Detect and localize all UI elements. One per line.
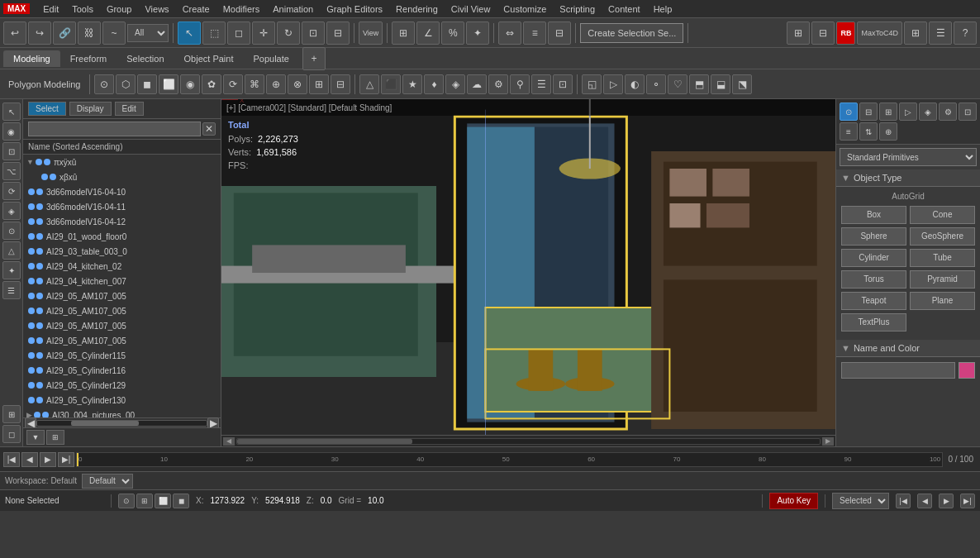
list-item[interactable]: AI29_05_Cylinder115 [23, 348, 221, 363]
cone-button[interactable]: Cone [910, 206, 975, 224]
workspace-dropdown[interactable]: Default [82, 474, 133, 489]
rp-create-icon[interactable]: ⊙ [840, 103, 858, 121]
box-button[interactable]: Box [841, 206, 906, 224]
menu-civil-view[interactable]: Civil View [445, 2, 497, 16]
search-clear-btn[interactable]: ✕ [202, 122, 216, 136]
help-button[interactable]: ? [954, 21, 977, 45]
list-item[interactable]: AI29_05_Cylinder129 [23, 378, 221, 393]
list-item[interactable]: AI29_05_Cylinder116 [23, 363, 221, 378]
nav-btn-3[interactable]: ⬜ [155, 494, 171, 508]
geosphere-button[interactable]: GeoSphere [910, 227, 975, 246]
poly-btn-20[interactable]: ⚲ [510, 74, 530, 94]
strip-motion[interactable]: ⟳ [2, 182, 21, 200]
tab-selection[interactable]: Selection [117, 50, 174, 67]
link-button[interactable]: 🔗 [53, 21, 76, 45]
scene-states[interactable]: ☰ [929, 21, 952, 45]
nav-btn-4[interactable]: ◼ [173, 494, 189, 508]
menu-edit[interactable]: Edit [36, 2, 65, 16]
lb-btn-2[interactable]: ⊞ [46, 430, 64, 445]
tab-populate[interactable]: Populate [243, 50, 298, 67]
viewport-scrollbar[interactable]: ◀ ▶ [221, 435, 835, 446]
menu-views[interactable]: Views [138, 2, 175, 16]
selected-dropdown[interactable]: Selected [832, 493, 889, 509]
poly-btn-5[interactable]: ◉ [180, 74, 200, 94]
strip-cameras[interactable]: ⊙ [2, 222, 21, 240]
color-swatch[interactable] [959, 362, 975, 379]
list-item[interactable]: AI29_05_Cylinder130 [23, 393, 221, 408]
move-button[interactable]: ✛ [252, 21, 275, 45]
scrollbar-track[interactable] [36, 420, 207, 427]
nav-btn-1[interactable]: ⊙ [118, 494, 135, 508]
align-button[interactable]: ≡ [523, 21, 546, 45]
poly-btn-19[interactable]: ⚙ [488, 74, 508, 94]
object-type-header[interactable]: ▼ Object Type [836, 169, 980, 187]
create-selection-button[interactable]: Create Selection Se... [580, 23, 683, 43]
strip-lights[interactable]: ◈ [2, 202, 21, 220]
display-tab-btn[interactable]: Display [69, 102, 112, 116]
poly-btn-8[interactable]: ⌘ [245, 74, 264, 94]
select-region-button[interactable]: ⬚ [202, 21, 226, 45]
rb-button[interactable]: RB [836, 21, 855, 45]
rp-utility-icon[interactable]: ⚙ [939, 103, 957, 121]
list-item[interactable]: AI29_04_kitchen_007 [23, 274, 221, 289]
tab-freeform[interactable]: Freeform [60, 50, 117, 67]
lb-btn-1[interactable]: ▼ [26, 430, 45, 445]
playback-prev[interactable]: ◀ [917, 494, 932, 508]
rp-extra-icon[interactable]: ⊡ [959, 103, 977, 121]
primitives-dropdown[interactable]: Standard Primitives [840, 148, 977, 166]
strip-space[interactable]: ✦ [2, 261, 21, 279]
sphere-button[interactable]: Sphere [841, 227, 906, 246]
menu-help[interactable]: Help [647, 2, 679, 16]
timeline-track[interactable]: 0 10 20 30 40 50 60 70 80 90 100 [76, 452, 943, 467]
strip-bottom-1[interactable]: ⊞ [2, 405, 21, 423]
scale2-button[interactable]: ⊟ [326, 21, 350, 45]
search-input[interactable] [28, 122, 201, 136]
redo-button[interactable]: ↪ [28, 21, 51, 45]
rp-motion-icon[interactable]: ▷ [899, 103, 917, 121]
mirror-button[interactable]: ⇔ [498, 21, 521, 45]
scrollbar-thumb[interactable] [71, 421, 139, 426]
teapot-button[interactable]: Teapot [841, 292, 906, 310]
cylinder-button[interactable]: Cylinder [841, 249, 906, 267]
menu-modifiers[interactable]: Modifiers [216, 2, 267, 16]
undo-button[interactable]: ↩ [3, 21, 26, 45]
poly-btn-14[interactable]: ⬛ [381, 74, 401, 94]
torus-button[interactable]: Torus [841, 270, 906, 289]
tube-button[interactable]: Tube [910, 249, 975, 267]
select-tab-btn[interactable]: Select [28, 102, 66, 116]
layers-button[interactable]: ⊟ [811, 21, 835, 45]
poly-btn-1[interactable]: ⊙ [94, 74, 114, 94]
strip-display[interactable]: ◉ [2, 122, 21, 141]
rp-extra4-icon[interactable]: ⊕ [879, 122, 897, 141]
unlink-button[interactable]: ⛓ [78, 21, 101, 45]
poly-btn-24[interactable]: ▷ [603, 74, 623, 94]
poly-btn-29[interactable]: ⬓ [711, 74, 730, 94]
named-sets-button[interactable]: ⊞ [787, 21, 810, 45]
vp-scroll-right[interactable]: ▶ [822, 437, 834, 446]
poly-btn-18[interactable]: ☁ [467, 74, 487, 94]
poly-btn-17[interactable]: ◈ [445, 74, 465, 94]
align2-button[interactable]: ⊟ [548, 21, 571, 45]
list-item[interactable]: ▶ AI30_004_pictures_00 [23, 408, 221, 417]
poly-btn-30[interactable]: ⬔ [732, 74, 752, 94]
poly-btn-15[interactable]: ★ [402, 74, 422, 94]
list-item[interactable]: AI29_05_AM107_005 [23, 303, 221, 318]
spinner-snap-button[interactable]: ✦ [466, 21, 489, 45]
timeline-play[interactable]: ▶ [40, 452, 56, 467]
list-item[interactable]: 3d66modelV16-04-11 [23, 199, 221, 214]
list-item[interactable]: AI29_05_AM107_005 [23, 333, 221, 348]
name-color-header[interactable]: ▼ Name and Color [836, 340, 980, 357]
poly-btn-11[interactable]: ⊞ [309, 74, 329, 94]
menu-graph-editors[interactable]: Graph Editors [320, 2, 389, 16]
bind-button[interactable]: ~ [102, 21, 126, 45]
poly-btn-21[interactable]: ☰ [531, 74, 551, 94]
playback-next[interactable]: ▶ [939, 494, 954, 508]
strip-systems[interactable]: ☰ [2, 281, 21, 299]
pyramid-button[interactable]: Pyramid [910, 270, 975, 289]
rp-extra3-icon[interactable]: ⇅ [859, 122, 878, 141]
list-item[interactable]: 3d66modelV16-04-12 [23, 214, 221, 229]
poly-btn-16[interactable]: ♦ [424, 74, 444, 94]
plane-button[interactable]: Plane [910, 292, 975, 310]
poly-btn-22[interactable]: ⊡ [553, 74, 573, 94]
list-item[interactable]: xβxû [23, 169, 221, 184]
